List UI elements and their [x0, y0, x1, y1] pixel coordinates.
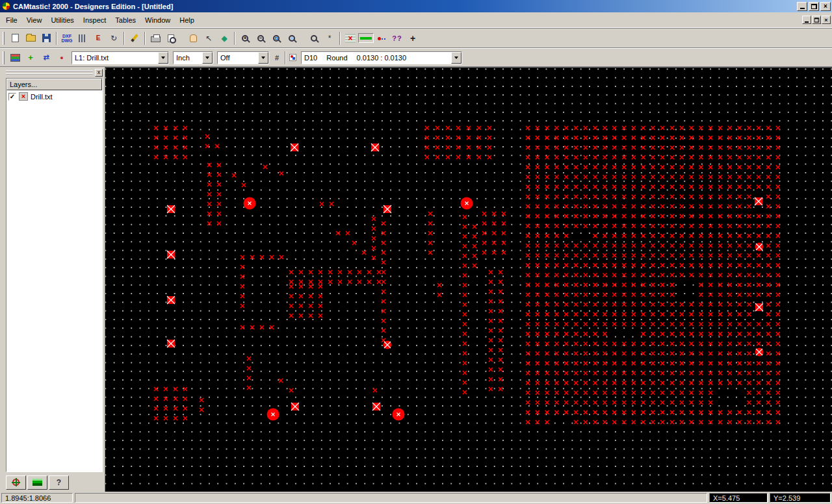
- redraw-button[interactable]: *: [322, 31, 337, 45]
- mdi-controls: ×: [801, 16, 831, 24]
- draw-button[interactable]: [127, 31, 142, 45]
- zoom-out-icon: −: [257, 35, 264, 42]
- dxf-label: DXF: [62, 34, 72, 38]
- cursor-x-readout: X=5.475: [709, 493, 768, 503]
- rotate-button[interactable]: ↻: [106, 31, 122, 45]
- close-button[interactable]: ×: [820, 2, 831, 11]
- aperture-size: 0.0130 : 0.0130: [357, 54, 406, 62]
- pick-arrow-icon: ↖: [205, 34, 212, 43]
- toolbar-separator: [144, 32, 146, 45]
- query-button[interactable]: ??: [389, 31, 405, 45]
- question-icon: ?: [57, 478, 61, 487]
- layers-panel: x Layers... ✓ × Drill.txt ?: [0, 67, 105, 492]
- layer-color-dot-icon: ●: [60, 55, 63, 61]
- add-layer-button[interactable]: +: [23, 50, 38, 65]
- menu-tables[interactable]: Tables: [110, 14, 140, 26]
- dxf-dwg-icon: DXF DWG: [61, 34, 72, 43]
- new-file-icon: [12, 34, 19, 42]
- menu-file[interactable]: File: [1, 14, 22, 26]
- panel-close-button[interactable]: x: [95, 69, 103, 77]
- active-layer-color-indicator[interactable]: [358, 33, 374, 43]
- swap-arrows-icon: ⇄: [43, 53, 49, 62]
- layers-list-box: Layers... ✓ × Drill.txt: [6, 78, 103, 472]
- net-dot-dash-icon: [377, 35, 386, 42]
- zoom-in-button[interactable]: +: [237, 31, 253, 45]
- panel-close-icon: x: [98, 69, 101, 75]
- zoom-window-rect: [275, 37, 278, 40]
- mdi-restore-button[interactable]: [812, 16, 821, 24]
- layer-combobox[interactable]: L1: Drill.txt: [72, 51, 169, 64]
- layer-color-button[interactable]: ●: [54, 50, 70, 65]
- set-origin-button[interactable]: +: [405, 31, 421, 45]
- layer-x-icon: ×: [21, 93, 25, 100]
- minimize-icon: [800, 8, 805, 9]
- redraw-icon: *: [328, 34, 332, 43]
- cursor-y-readout: Y=2.539: [770, 493, 831, 503]
- layers-header-button[interactable]: Layers...: [6, 79, 102, 90]
- tab-navigator[interactable]: [6, 475, 26, 490]
- layer-visibility-checkbox[interactable]: ✓: [8, 93, 16, 101]
- swap-layers-button[interactable]: ⇄: [38, 50, 54, 65]
- toolbar-separator: [339, 32, 341, 45]
- add-layer-plus-icon: +: [28, 53, 33, 62]
- zoom-out-button[interactable]: −: [253, 31, 268, 45]
- tab-help[interactable]: ?: [49, 475, 69, 490]
- menu-utilities[interactable]: Utilities: [46, 14, 78, 26]
- import-dxf-dwg-button[interactable]: DXF DWG: [59, 31, 75, 45]
- zoom-window-button[interactable]: [268, 31, 284, 45]
- restore-button[interactable]: [809, 2, 819, 11]
- import-aperture-button[interactable]: E: [90, 31, 106, 45]
- print-preview-button[interactable]: [163, 31, 179, 45]
- units-combo-dropdown[interactable]: [202, 52, 213, 64]
- save-floppy-icon: [42, 34, 51, 42]
- toolbar-separator: [124, 32, 125, 45]
- layer-item-drill[interactable]: ✓ × Drill.txt: [6, 90, 102, 103]
- toolbar-grip[interactable]: [3, 32, 5, 45]
- toolbar-separator: [234, 32, 235, 45]
- pan-button[interactable]: [185, 31, 201, 45]
- origin-cross-icon: +: [410, 33, 415, 44]
- layers-table-button[interactable]: [7, 50, 23, 65]
- drill-canvas[interactable]: [105, 68, 832, 492]
- layer-combo-dropdown[interactable]: [158, 52, 168, 64]
- menu-inspect[interactable]: Inspect: [79, 14, 110, 26]
- mdi-minimize-button[interactable]: [802, 16, 811, 24]
- open-folder-icon: [26, 35, 36, 42]
- zoom-all-button[interactable]: [284, 31, 300, 45]
- chevron-down-icon: [261, 57, 265, 59]
- zoom-previous-button[interactable]: [306, 31, 322, 45]
- zoom-in-plus: +: [244, 36, 247, 40]
- aperture-combobox[interactable]: D10 Round 0.0130 : 0.0130: [301, 51, 462, 64]
- status-bar: 1.8945:1.8066 X=5.475 Y=2.539: [0, 492, 832, 504]
- menu-view[interactable]: View: [22, 14, 47, 26]
- tab-layers[interactable]: [27, 475, 47, 490]
- grid-toggle-button[interactable]: #: [271, 50, 283, 65]
- highlight-net-button[interactable]: [374, 31, 389, 45]
- mdi-close-button[interactable]: ×: [822, 16, 831, 24]
- import-gerber-button[interactable]: [75, 31, 90, 45]
- snap-combobox[interactable]: Off: [217, 51, 269, 64]
- panel-grip-row: x: [6, 68, 103, 77]
- open-file-button[interactable]: [23, 31, 38, 45]
- snap-combo-dropdown[interactable]: [258, 52, 268, 64]
- zoom-previous-icon: [311, 35, 317, 42]
- aperture-combo-dropdown[interactable]: [451, 52, 462, 64]
- print-preview-icon: [168, 34, 174, 42]
- pick-button[interactable]: ↖: [201, 31, 216, 45]
- menu-help[interactable]: Help: [175, 14, 199, 26]
- panel-drag-grip[interactable]: [6, 70, 93, 75]
- new-file-button[interactable]: [7, 31, 23, 45]
- fill-button[interactable]: ◆: [216, 31, 232, 45]
- layer-color-swatch[interactable]: ×: [19, 92, 28, 101]
- analysis-button[interactable]: ×: [343, 31, 358, 45]
- zoom-all-fill: [291, 37, 293, 40]
- save-file-button[interactable]: [38, 31, 54, 45]
- print-button[interactable]: [148, 31, 163, 45]
- zoom-ratio-readout: 1.8945:1.8066: [1, 493, 73, 503]
- units-combobox[interactable]: Inch: [173, 51, 213, 64]
- toolbar-grip[interactable]: [3, 51, 5, 64]
- minimize-button[interactable]: [797, 2, 807, 11]
- zoom-out-minus: −: [259, 36, 263, 40]
- units-combo-value: Inch: [174, 52, 202, 64]
- menu-window[interactable]: Window: [140, 14, 175, 26]
